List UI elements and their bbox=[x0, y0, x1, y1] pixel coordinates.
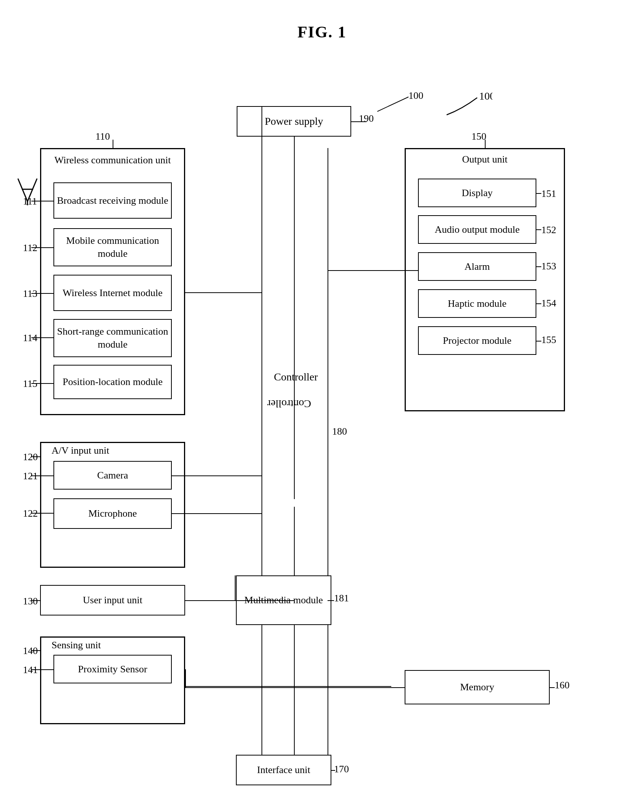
wireless-comm-unit-label: Wireless communication unit bbox=[52, 154, 174, 167]
short-range-box: Short-range communication module bbox=[53, 319, 172, 357]
svg-text:100: 100 bbox=[479, 90, 492, 102]
ref-154: 154 bbox=[541, 298, 556, 309]
position-location-box: Position-location module bbox=[53, 365, 172, 399]
ref-190: 190 bbox=[359, 113, 374, 124]
ref-113: 113 bbox=[23, 288, 37, 300]
ref-160: 160 bbox=[555, 680, 570, 691]
projector-box: Projector module bbox=[418, 326, 536, 355]
ref-141: 141 bbox=[23, 664, 38, 676]
microphone-box: Microphone bbox=[53, 498, 172, 529]
audio-output-box: Audio output module bbox=[418, 215, 536, 244]
memory-box: Memory bbox=[405, 670, 550, 704]
ref-115: 115 bbox=[23, 378, 37, 390]
alarm-box: Alarm bbox=[418, 252, 536, 281]
ref-111: 111 bbox=[23, 196, 37, 207]
diagram: Power supply 190 100 Wireless communicat… bbox=[0, 56, 644, 812]
ref-121: 121 bbox=[23, 470, 38, 482]
ref-180: 180 bbox=[332, 426, 347, 437]
display-box: Display bbox=[418, 179, 536, 207]
ref-152: 152 bbox=[541, 224, 556, 236]
mobile-comm-box: Mobile communication module bbox=[53, 228, 172, 266]
ref-120: 120 bbox=[23, 451, 38, 463]
wireless-internet-box: Wireless Internet module bbox=[53, 275, 172, 311]
broadcast-receiving-box: Broadcast receiving module bbox=[53, 182, 172, 219]
camera-box: Camera bbox=[53, 461, 172, 490]
ref-130: 130 bbox=[23, 596, 38, 607]
av-input-label: A/V input unit bbox=[52, 445, 109, 456]
ref-112: 112 bbox=[23, 242, 37, 254]
ref-122: 122 bbox=[23, 508, 38, 519]
ref-140: 140 bbox=[23, 645, 38, 657]
sensing-unit-label: Sensing unit bbox=[52, 640, 101, 651]
interface-box: Interface unit bbox=[236, 755, 331, 785]
ref-151: 151 bbox=[541, 188, 556, 200]
haptic-box: Haptic module bbox=[418, 289, 536, 318]
ref-114: 114 bbox=[23, 332, 37, 344]
proximity-sensor-box: Proximity Sensor bbox=[53, 655, 172, 683]
page-title: FIG. 1 bbox=[0, 0, 644, 56]
ref-170: 170 bbox=[334, 764, 349, 775]
output-unit-label: Output unit bbox=[416, 154, 554, 165]
ref-155: 155 bbox=[541, 334, 556, 346]
ref-110: 110 bbox=[95, 131, 110, 142]
user-input-box: User input unit bbox=[40, 585, 185, 615]
ref-153: 153 bbox=[541, 261, 556, 272]
power-supply-box: Power supply bbox=[237, 106, 351, 137]
ref-181: 181 bbox=[334, 593, 349, 604]
ref-150: 150 bbox=[471, 131, 486, 142]
controller-center: Controller bbox=[263, 339, 328, 415]
